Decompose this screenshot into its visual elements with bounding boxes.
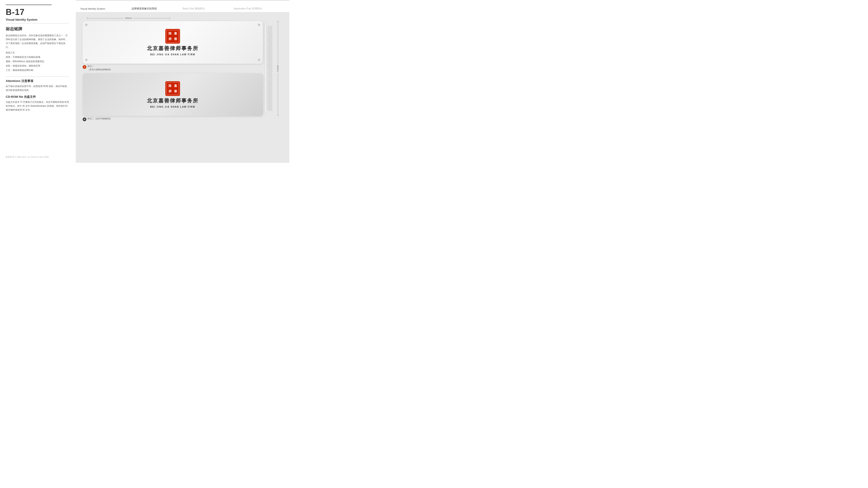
cdrom-body: 光盘文件是本 VI 手册电子文件的集合，内含手册制作时的专用软件格式。其中 AI…	[6, 100, 69, 112]
material-item-3: 色彩：按规定标准色、辅助色应用	[6, 64, 69, 68]
seal-char-b-1: 陈	[167, 83, 173, 88]
logo-area-b: 陈 嘉 师 善 北京嘉善律师事务所 BEI JING JIA SHAN LAW …	[147, 81, 198, 108]
material-item-2: 规格：800x600mm 或按实际需要而定	[6, 59, 69, 64]
label-b: B 样式二（拉丝不锈钢材质）	[83, 117, 263, 121]
style-b-wrapper: 陈 嘉 师 善 北京嘉善律师事务所 BEI JING JIA SHAN LAW …	[83, 73, 263, 121]
height-dim: 600mm	[273, 21, 282, 116]
nav-items: Visual Identity System 品牌视觉形象识别系统 Basic …	[81, 7, 285, 10]
right-panel: Visual Identity System 品牌视觉形象识别系统 Basic …	[76, 0, 289, 163]
firm-name-zh-a: 北京嘉善律师事务所	[147, 45, 198, 52]
material-item-1: 材质：不锈钢或亚克力或钢化玻璃	[6, 55, 69, 59]
cdrom-title: CD-ROM file 光盘文件	[6, 95, 69, 99]
material-list: 材质工艺 材质：不锈钢或亚克力或钢化玻璃 规格：800x600mm 或按实际需要…	[6, 51, 69, 72]
boards-column: 陈 嘉 师 善 北京嘉善律师事务所 BEI JING JIA SHAN LAW …	[83, 21, 263, 121]
section1-body: 标志铭牌是企业对内、对外交换信息的最重要的工具之一，它同时也代表了企业的精神风貌…	[6, 34, 69, 49]
red-seal-b: 陈 嘉 师 善	[165, 81, 180, 96]
seal-char-b-2: 嘉	[173, 83, 178, 88]
seal-char-2: 嘉	[173, 31, 178, 36]
nav-item-3: Basic Part 基础部分	[183, 7, 234, 10]
style-a-wrapper: 陈 嘉 师 善 北京嘉善律师事务所 BEI JING JIA SHAN LAW …	[83, 21, 263, 71]
section1-title: 标志铭牌	[6, 26, 69, 32]
left-panel: B-17 Visual Identity System 标志铭牌 标志铭牌是企业…	[0, 0, 76, 163]
bolt-a-bl	[85, 59, 88, 61]
seal-char-b-4: 善	[173, 89, 178, 94]
top-rule	[6, 5, 52, 5]
bolt-a-tr	[258, 24, 260, 26]
badge-a-icon: A	[83, 65, 86, 69]
height-label: 600mm	[277, 64, 279, 73]
seal-char-1: 陈	[167, 31, 173, 36]
nav-item-1: Visual Identity System	[81, 7, 131, 10]
page-number: B-17	[6, 7, 69, 17]
copyright: 版权所有 © BEIJING JIA SHAN LAW FIRM	[6, 156, 49, 159]
hatch-column	[267, 26, 272, 111]
seal-char-3: 师	[167, 36, 173, 41]
sign-board-b: 陈 嘉 师 善 北京嘉善律师事务所 BEI JING JIA SHAN LAW …	[83, 73, 263, 116]
attentions-body: 由于输出设备的设置不同，如需使用 RGB 色彩，请以印刷色值为标准选择相近色彩。	[6, 84, 69, 92]
label-a: A 样式一 （亚克力或钢化玻璃材质）	[83, 65, 263, 71]
material-item-4: 工艺：腐蚀填漆或丝网印刷	[6, 68, 69, 72]
badge-a-text: 样式一 （亚克力或钢化玻璃材质）	[88, 65, 112, 71]
firm-name-en-b: BEI JING JIA SHAN LAW FIRM	[150, 106, 195, 108]
boards-area: 陈 嘉 师 善 北京嘉善律师事务所 BEI JING JIA SHAN LAW …	[83, 21, 282, 121]
material-title: 材质工艺	[6, 51, 69, 55]
red-seal-a: 陈 嘉 师 善	[165, 29, 180, 43]
sign-board-a: 陈 嘉 师 善 北京嘉善律师事务所 BEI JING JIA SHAN LAW …	[83, 21, 263, 64]
bolt-a-br	[258, 59, 260, 61]
firm-name-en-a: BEI JING JIA SHAN LAW FIRM	[150, 53, 195, 56]
divider	[6, 76, 69, 77]
nav-item-2: 品牌视觉形象识别系统	[131, 7, 183, 10]
width-label: 800mm	[124, 17, 133, 19]
seal-char-4: 善	[173, 36, 178, 41]
logo-area-a: 陈 嘉 师 善 北京嘉善律师事务所 BEI JING JIA SHAN LAW …	[147, 29, 198, 56]
side-panel	[265, 22, 267, 116]
right-side: 600mm	[265, 21, 282, 121]
width-dimension-area: 800mm	[83, 17, 282, 19]
firm-name-zh-b: 北京嘉善律师事务所	[147, 97, 198, 104]
nav-item-4: Application Part 应用部分	[234, 7, 285, 10]
top-nav: Visual Identity System 品牌视觉形象识别系统 Basic …	[76, 0, 289, 12]
badge-b-text: 样式二（拉丝不锈钢材质）	[88, 117, 112, 121]
page-subtitle: Visual Identity System	[6, 18, 69, 24]
main-content: 800mm	[76, 12, 289, 163]
badge-b-icon: B	[83, 118, 86, 121]
attentions-title: Attentions 注意事项	[6, 79, 69, 83]
seal-inner-b: 陈 嘉 师 善	[166, 82, 179, 95]
seal-inner-a: 陈 嘉 师 善	[166, 30, 179, 43]
seal-char-b-3: 师	[167, 89, 173, 94]
bolt-a-tl	[85, 24, 88, 26]
